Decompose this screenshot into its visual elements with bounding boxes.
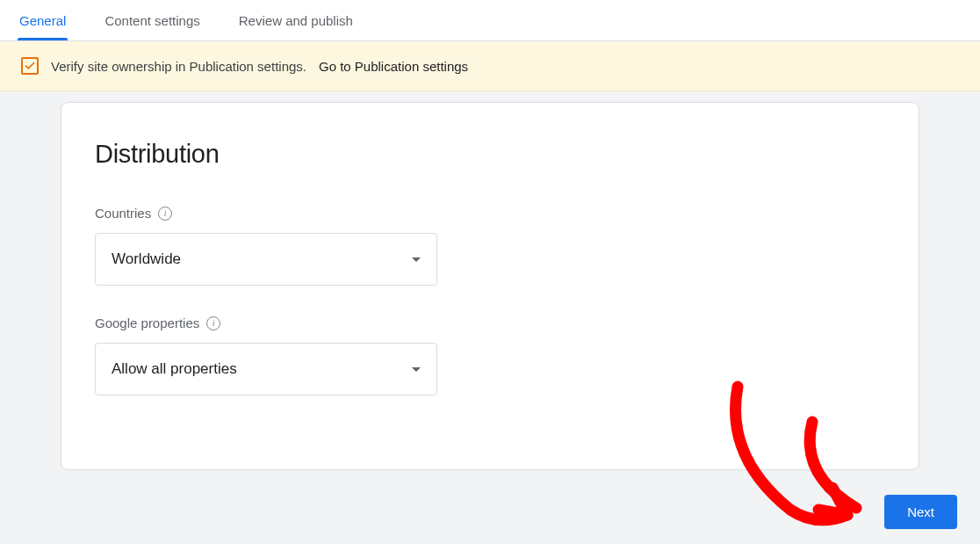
banner-link[interactable]: Go to Publication settings <box>319 59 468 74</box>
chevron-down-icon <box>412 257 421 262</box>
tab-label: Review and publish <box>239 13 353 28</box>
next-button[interactable]: Next <box>884 495 957 529</box>
tab-general[interactable]: General <box>18 0 68 40</box>
info-icon[interactable]: i <box>206 316 220 330</box>
google-properties-group: Google properties i Allow all properties <box>95 316 885 395</box>
tab-label: General <box>19 13 66 28</box>
countries-value: Worldwide <box>112 250 181 268</box>
countries-select[interactable]: Worldwide <box>95 233 437 286</box>
google-properties-label-row: Google properties i <box>95 316 885 330</box>
verification-banner: Verify site ownership in Publication set… <box>0 41 980 91</box>
tab-content-settings[interactable]: Content settings <box>103 0 201 40</box>
countries-label: Countries <box>95 206 151 221</box>
countries-group: Countries i Worldwide <box>95 206 885 286</box>
google-properties-value: Allow all properties <box>112 360 237 378</box>
info-icon[interactable]: i <box>158 207 172 221</box>
countries-label-row: Countries i <box>95 206 885 221</box>
content-area: Distribution Countries i Worldwide Googl… <box>0 91 980 470</box>
tabs-bar: General Content settings Review and publ… <box>0 0 980 41</box>
check-box-icon <box>21 57 39 75</box>
google-properties-label: Google properties <box>95 316 199 330</box>
distribution-card: Distribution Countries i Worldwide Googl… <box>61 102 919 470</box>
banner-message: Verify site ownership in Publication set… <box>51 59 306 74</box>
tab-label: Content settings <box>104 13 199 28</box>
next-button-label: Next <box>907 504 934 519</box>
card-title: Distribution <box>95 140 885 169</box>
google-properties-select[interactable]: Allow all properties <box>95 343 437 395</box>
chevron-down-icon <box>412 367 421 372</box>
tab-review-publish[interactable]: Review and publish <box>237 0 355 40</box>
